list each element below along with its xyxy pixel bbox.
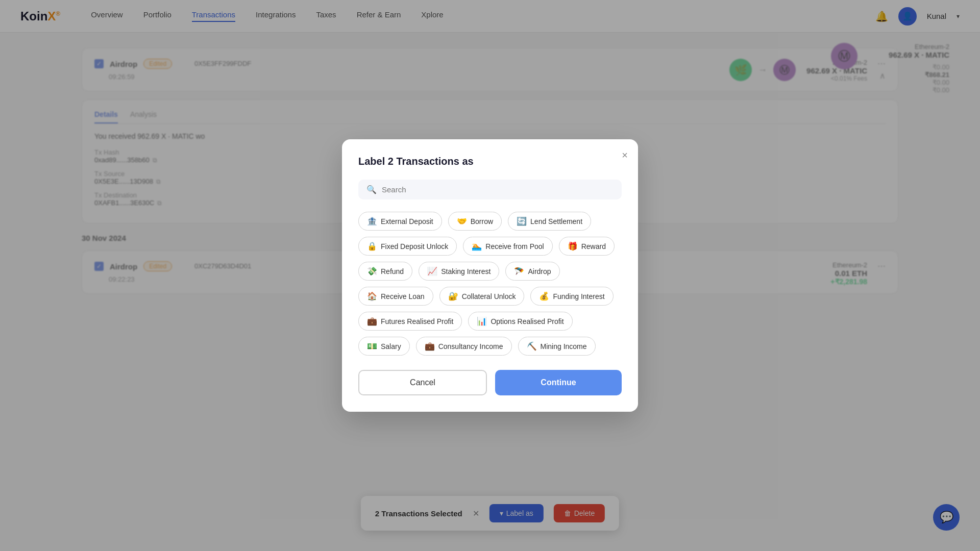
chip-label-futures-realised-profit: Futures Realised Profit: [381, 317, 453, 325]
chip-salary[interactable]: 💵 Salary: [358, 337, 410, 356]
staking-interest-icon: 📈: [427, 266, 437, 276]
chip-futures-realised-profit[interactable]: 💼 Futures Realised Profit: [358, 312, 462, 331]
collateral-unlock-icon: 🔐: [448, 291, 458, 301]
chip-label-collateral-unlock: Collateral Unlock: [462, 292, 516, 300]
chip-airdrop[interactable]: 🪂 Airdrop: [505, 262, 559, 281]
receive-loan-icon: 🏠: [367, 291, 377, 301]
chip-label-borrow: Borrow: [471, 217, 493, 226]
chip-label-receive-from-pool: Receive from Pool: [485, 242, 544, 251]
options-realised-profit-icon: 📊: [477, 316, 487, 326]
chip-collateral-unlock[interactable]: 🔐 Collateral Unlock: [439, 287, 525, 306]
chip-label-airdrop: Airdrop: [528, 267, 551, 276]
chips-container: 🏦 External Deposit 🤝 Borrow 🔄 Lend Settl…: [358, 212, 622, 356]
refund-icon: 💸: [367, 266, 377, 276]
chip-label-funding-interest: Funding Interest: [553, 292, 604, 300]
search-icon: 🔍: [366, 185, 377, 194]
chip-fixed-deposit-unlock[interactable]: 🔒 Fixed Deposit Unlock: [358, 237, 457, 256]
salary-icon: 💵: [367, 341, 377, 351]
chip-lend-settlement[interactable]: 🔄 Lend Settlement: [508, 212, 591, 231]
chip-label-staking-interest: Staking Interest: [441, 267, 491, 276]
chip-label-refund: Refund: [381, 267, 404, 276]
search-bar: 🔍: [358, 180, 622, 199]
fixed-deposit-unlock-icon: 🔒: [367, 241, 377, 251]
reward-icon: 🎁: [568, 241, 578, 251]
chip-receive-loan[interactable]: 🏠 Receive Loan: [358, 287, 433, 306]
label-modal: Label 2 Transactions as × 🔍 🏦 External D…: [342, 139, 638, 412]
chip-external-deposit[interactable]: 🏦 External Deposit: [358, 212, 442, 231]
chip-reward[interactable]: 🎁 Reward: [559, 237, 615, 256]
chip-label-consultancy-income: Consultancy Income: [438, 342, 503, 350]
chip-options-realised-profit[interactable]: 📊 Options Realised Profit: [468, 312, 572, 331]
modal-close-button[interactable]: ×: [622, 149, 628, 161]
consultancy-income-icon: 💼: [425, 341, 435, 351]
modal-overlay: Label 2 Transactions as × 🔍 🏦 External D…: [0, 0, 980, 551]
lend-settlement-icon: 🔄: [517, 216, 527, 226]
airdrop-icon: 🪂: [514, 266, 524, 276]
futures-realised-profit-icon: 💼: [367, 316, 377, 326]
chip-label-mining-income: Mining Income: [541, 342, 587, 350]
chip-label-options-realised-profit: Options Realised Profit: [491, 317, 564, 325]
funding-interest-icon: 💰: [539, 291, 549, 301]
chip-borrow[interactable]: 🤝 Borrow: [448, 212, 502, 231]
continue-button[interactable]: Continue: [495, 370, 622, 395]
chip-staking-interest[interactable]: 📈 Staking Interest: [419, 262, 499, 281]
cancel-button[interactable]: Cancel: [358, 370, 487, 395]
borrow-icon: 🤝: [457, 216, 467, 226]
chip-funding-interest[interactable]: 💰 Funding Interest: [530, 287, 613, 306]
modal-title: Label 2 Transactions as: [358, 156, 622, 167]
chip-refund[interactable]: 💸 Refund: [358, 262, 412, 281]
mining-income-icon: ⛏️: [527, 341, 537, 351]
chip-label-external-deposit: External Deposit: [381, 217, 433, 226]
receive-from-pool-icon: 🏊: [472, 241, 482, 251]
chip-label-fixed-deposit-unlock: Fixed Deposit Unlock: [381, 242, 448, 251]
chip-mining-income[interactable]: ⛏️ Mining Income: [518, 337, 596, 356]
chip-label-reward: Reward: [581, 242, 606, 251]
chip-receive-from-pool[interactable]: 🏊 Receive from Pool: [463, 237, 552, 256]
chip-consultancy-income[interactable]: 💼 Consultancy Income: [416, 337, 512, 356]
modal-actions: Cancel Continue: [358, 370, 622, 395]
search-input[interactable]: [382, 185, 614, 194]
chip-label-salary: Salary: [381, 342, 401, 350]
chip-label-lend-settlement: Lend Settlement: [530, 217, 582, 226]
chip-label-receive-loan: Receive Loan: [381, 292, 425, 300]
external-deposit-icon: 🏦: [367, 216, 377, 226]
